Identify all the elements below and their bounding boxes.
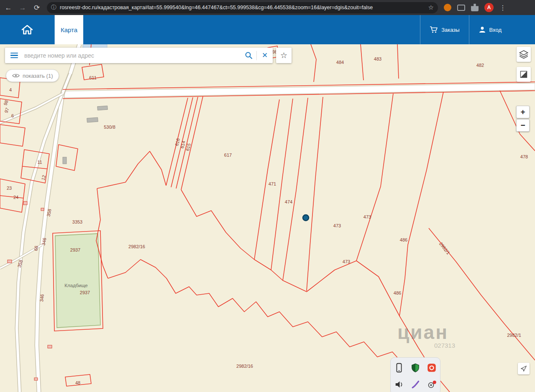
browser-toolbar: ← → ⟳ ⓘ rosreestr-doc.ru/кадастровая_кар… <box>0 0 535 15</box>
url-text: rosreestr-doc.ru/кадастровая_карта#lat=5… <box>60 5 425 10</box>
login-label: Вход <box>489 27 502 33</box>
back-icon[interactable]: ← <box>4 4 13 11</box>
show-results-button[interactable]: показать (1) <box>6 69 59 82</box>
search-input[interactable] <box>23 52 241 59</box>
favorites-button[interactable]: ☆ <box>276 48 292 63</box>
extension-icon-1[interactable] <box>444 4 451 11</box>
cart-icon <box>430 26 438 33</box>
tab-map[interactable]: Карта <box>55 15 83 44</box>
cadastral-basemap <box>0 44 535 392</box>
orders-button[interactable]: Заказы <box>420 15 468 44</box>
close-icon: ✕ <box>262 51 268 60</box>
refresh-icon[interactable]: ⟳ <box>33 4 41 11</box>
map-marker-dot[interactable] <box>303 215 309 221</box>
site-info-icon[interactable]: ⓘ <box>51 4 56 11</box>
layers-icon <box>519 49 529 59</box>
search-icon <box>245 51 253 59</box>
eye-badge-icon[interactable] <box>426 379 438 390</box>
home-icon <box>21 24 33 35</box>
extent-icon <box>519 70 528 79</box>
profile-avatar[interactable]: A <box>484 3 494 12</box>
address-bar[interactable]: ⓘ rosreestr-doc.ru/кадастровая_карта#lat… <box>47 2 438 13</box>
show-results-label: показать (1) <box>23 73 53 79</box>
site-header: Карта Заказы Вход <box>0 15 535 44</box>
search-submit-button[interactable] <box>241 48 256 63</box>
phone-icon[interactable] <box>393 362 405 374</box>
menu-kebab-icon[interactable]: ⋮ <box>499 4 506 12</box>
extent-button[interactable] <box>517 67 531 82</box>
home-button[interactable] <box>0 15 55 44</box>
extensions-puzzle-icon[interactable] <box>471 4 479 11</box>
search-bar: ✕ <box>5 48 273 63</box>
layers-button[interactable] <box>517 47 531 62</box>
star-icon: ☆ <box>280 51 287 60</box>
user-icon <box>479 26 486 33</box>
cemetery-polygon <box>53 231 103 331</box>
locate-button[interactable] <box>518 363 530 374</box>
extension-icon-2[interactable] <box>457 5 465 11</box>
screen: ← → ⟳ ⓘ rosreestr-doc.ru/кадастровая_кар… <box>0 0 535 392</box>
menu-button[interactable] <box>5 48 23 63</box>
map-canvas[interactable]: 98484483482611530/8498976111223246166146… <box>0 44 535 392</box>
red-app-icon[interactable] <box>426 362 438 374</box>
shield-icon[interactable] <box>410 362 421 374</box>
header-spacer <box>83 15 420 44</box>
zoom-in-button[interactable]: + <box>516 106 530 118</box>
bookmark-star-icon[interactable]: ☆ <box>428 4 434 11</box>
search-clear-button[interactable]: ✕ <box>257 48 273 63</box>
zoom-out-button[interactable]: − <box>516 119 530 132</box>
orders-label: Заказы <box>441 27 459 33</box>
eye-icon <box>12 73 20 78</box>
bottom-tool-panel <box>390 357 440 392</box>
speaker-icon[interactable] <box>393 379 405 390</box>
hamburger-icon <box>10 53 18 59</box>
brush-icon[interactable] <box>410 379 421 390</box>
forward-icon[interactable]: → <box>18 4 27 11</box>
login-button[interactable]: Вход <box>469 15 535 44</box>
navigation-arrow-icon <box>520 364 528 373</box>
